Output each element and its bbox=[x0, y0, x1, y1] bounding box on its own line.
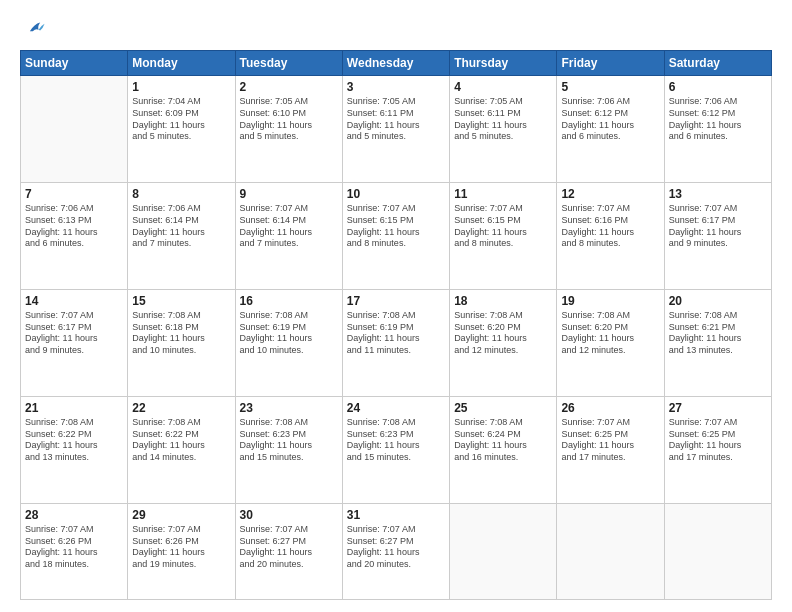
day-number: 15 bbox=[132, 293, 230, 309]
day-number: 12 bbox=[561, 186, 659, 202]
day-number: 2 bbox=[240, 79, 338, 95]
day-number: 9 bbox=[240, 186, 338, 202]
day-info: Sunrise: 7:07 AM Sunset: 6:25 PM Dayligh… bbox=[561, 417, 659, 464]
calendar-cell: 18Sunrise: 7:08 AM Sunset: 6:20 PM Dayli… bbox=[450, 289, 557, 396]
day-info: Sunrise: 7:07 AM Sunset: 6:15 PM Dayligh… bbox=[347, 203, 445, 250]
calendar-cell: 28Sunrise: 7:07 AM Sunset: 6:26 PM Dayli… bbox=[21, 503, 128, 599]
day-info: Sunrise: 7:05 AM Sunset: 6:11 PM Dayligh… bbox=[347, 96, 445, 143]
day-number: 11 bbox=[454, 186, 552, 202]
day-number: 5 bbox=[561, 79, 659, 95]
calendar-cell: 11Sunrise: 7:07 AM Sunset: 6:15 PM Dayli… bbox=[450, 182, 557, 289]
day-info: Sunrise: 7:08 AM Sunset: 6:24 PM Dayligh… bbox=[454, 417, 552, 464]
day-info: Sunrise: 7:07 AM Sunset: 6:14 PM Dayligh… bbox=[240, 203, 338, 250]
day-info: Sunrise: 7:08 AM Sunset: 6:21 PM Dayligh… bbox=[669, 310, 767, 357]
calendar-cell bbox=[557, 503, 664, 599]
calendar-cell: 29Sunrise: 7:07 AM Sunset: 6:26 PM Dayli… bbox=[128, 503, 235, 599]
calendar-cell: 1Sunrise: 7:04 AM Sunset: 6:09 PM Daylig… bbox=[128, 76, 235, 183]
calendar-cell: 25Sunrise: 7:08 AM Sunset: 6:24 PM Dayli… bbox=[450, 396, 557, 503]
weekday-wednesday: Wednesday bbox=[342, 51, 449, 76]
logo-bird-icon bbox=[24, 18, 46, 40]
calendar-cell bbox=[450, 503, 557, 599]
day-number: 30 bbox=[240, 507, 338, 523]
day-number: 20 bbox=[669, 293, 767, 309]
day-info: Sunrise: 7:05 AM Sunset: 6:11 PM Dayligh… bbox=[454, 96, 552, 143]
weekday-tuesday: Tuesday bbox=[235, 51, 342, 76]
day-number: 8 bbox=[132, 186, 230, 202]
day-number: 14 bbox=[25, 293, 123, 309]
day-number: 7 bbox=[25, 186, 123, 202]
calendar-cell: 13Sunrise: 7:07 AM Sunset: 6:17 PM Dayli… bbox=[664, 182, 771, 289]
calendar-cell: 7Sunrise: 7:06 AM Sunset: 6:13 PM Daylig… bbox=[21, 182, 128, 289]
day-number: 21 bbox=[25, 400, 123, 416]
calendar-cell: 17Sunrise: 7:08 AM Sunset: 6:19 PM Dayli… bbox=[342, 289, 449, 396]
calendar-cell: 9Sunrise: 7:07 AM Sunset: 6:14 PM Daylig… bbox=[235, 182, 342, 289]
day-info: Sunrise: 7:08 AM Sunset: 6:20 PM Dayligh… bbox=[561, 310, 659, 357]
day-info: Sunrise: 7:07 AM Sunset: 6:26 PM Dayligh… bbox=[25, 524, 123, 571]
calendar-cell: 30Sunrise: 7:07 AM Sunset: 6:27 PM Dayli… bbox=[235, 503, 342, 599]
calendar-cell: 6Sunrise: 7:06 AM Sunset: 6:12 PM Daylig… bbox=[664, 76, 771, 183]
calendar-cell: 31Sunrise: 7:07 AM Sunset: 6:27 PM Dayli… bbox=[342, 503, 449, 599]
calendar-cell bbox=[21, 76, 128, 183]
day-info: Sunrise: 7:06 AM Sunset: 6:12 PM Dayligh… bbox=[669, 96, 767, 143]
weekday-friday: Friday bbox=[557, 51, 664, 76]
day-info: Sunrise: 7:08 AM Sunset: 6:20 PM Dayligh… bbox=[454, 310, 552, 357]
calendar-cell: 2Sunrise: 7:05 AM Sunset: 6:10 PM Daylig… bbox=[235, 76, 342, 183]
day-info: Sunrise: 7:07 AM Sunset: 6:27 PM Dayligh… bbox=[240, 524, 338, 571]
day-info: Sunrise: 7:07 AM Sunset: 6:15 PM Dayligh… bbox=[454, 203, 552, 250]
calendar-cell: 15Sunrise: 7:08 AM Sunset: 6:18 PM Dayli… bbox=[128, 289, 235, 396]
weekday-header-row: SundayMondayTuesdayWednesdayThursdayFrid… bbox=[21, 51, 772, 76]
day-number: 28 bbox=[25, 507, 123, 523]
day-info: Sunrise: 7:07 AM Sunset: 6:17 PM Dayligh… bbox=[25, 310, 123, 357]
day-info: Sunrise: 7:08 AM Sunset: 6:19 PM Dayligh… bbox=[240, 310, 338, 357]
calendar-cell: 27Sunrise: 7:07 AM Sunset: 6:25 PM Dayli… bbox=[664, 396, 771, 503]
calendar-cell: 23Sunrise: 7:08 AM Sunset: 6:23 PM Dayli… bbox=[235, 396, 342, 503]
calendar-cell: 21Sunrise: 7:08 AM Sunset: 6:22 PM Dayli… bbox=[21, 396, 128, 503]
calendar-cell: 16Sunrise: 7:08 AM Sunset: 6:19 PM Dayli… bbox=[235, 289, 342, 396]
day-info: Sunrise: 7:08 AM Sunset: 6:22 PM Dayligh… bbox=[25, 417, 123, 464]
calendar: SundayMondayTuesdayWednesdayThursdayFrid… bbox=[20, 50, 772, 600]
day-info: Sunrise: 7:07 AM Sunset: 6:17 PM Dayligh… bbox=[669, 203, 767, 250]
day-number: 16 bbox=[240, 293, 338, 309]
day-info: Sunrise: 7:08 AM Sunset: 6:19 PM Dayligh… bbox=[347, 310, 445, 357]
calendar-cell: 5Sunrise: 7:06 AM Sunset: 6:12 PM Daylig… bbox=[557, 76, 664, 183]
calendar-cell: 4Sunrise: 7:05 AM Sunset: 6:11 PM Daylig… bbox=[450, 76, 557, 183]
day-number: 26 bbox=[561, 400, 659, 416]
calendar-cell: 3Sunrise: 7:05 AM Sunset: 6:11 PM Daylig… bbox=[342, 76, 449, 183]
calendar-cell: 26Sunrise: 7:07 AM Sunset: 6:25 PM Dayli… bbox=[557, 396, 664, 503]
day-number: 17 bbox=[347, 293, 445, 309]
weekday-saturday: Saturday bbox=[664, 51, 771, 76]
day-number: 29 bbox=[132, 507, 230, 523]
header bbox=[20, 18, 772, 40]
day-info: Sunrise: 7:07 AM Sunset: 6:25 PM Dayligh… bbox=[669, 417, 767, 464]
day-info: Sunrise: 7:08 AM Sunset: 6:18 PM Dayligh… bbox=[132, 310, 230, 357]
day-number: 27 bbox=[669, 400, 767, 416]
day-info: Sunrise: 7:07 AM Sunset: 6:27 PM Dayligh… bbox=[347, 524, 445, 571]
day-info: Sunrise: 7:06 AM Sunset: 6:12 PM Dayligh… bbox=[561, 96, 659, 143]
day-info: Sunrise: 7:08 AM Sunset: 6:23 PM Dayligh… bbox=[240, 417, 338, 464]
day-number: 4 bbox=[454, 79, 552, 95]
calendar-cell: 24Sunrise: 7:08 AM Sunset: 6:23 PM Dayli… bbox=[342, 396, 449, 503]
day-number: 18 bbox=[454, 293, 552, 309]
calendar-cell bbox=[664, 503, 771, 599]
day-number: 13 bbox=[669, 186, 767, 202]
day-number: 24 bbox=[347, 400, 445, 416]
day-number: 1 bbox=[132, 79, 230, 95]
calendar-cell: 19Sunrise: 7:08 AM Sunset: 6:20 PM Dayli… bbox=[557, 289, 664, 396]
calendar-cell: 10Sunrise: 7:07 AM Sunset: 6:15 PM Dayli… bbox=[342, 182, 449, 289]
day-info: Sunrise: 7:08 AM Sunset: 6:23 PM Dayligh… bbox=[347, 417, 445, 464]
day-info: Sunrise: 7:07 AM Sunset: 6:16 PM Dayligh… bbox=[561, 203, 659, 250]
day-number: 31 bbox=[347, 507, 445, 523]
day-number: 25 bbox=[454, 400, 552, 416]
day-info: Sunrise: 7:05 AM Sunset: 6:10 PM Dayligh… bbox=[240, 96, 338, 143]
weekday-monday: Monday bbox=[128, 51, 235, 76]
day-number: 3 bbox=[347, 79, 445, 95]
day-number: 19 bbox=[561, 293, 659, 309]
day-number: 22 bbox=[132, 400, 230, 416]
day-number: 6 bbox=[669, 79, 767, 95]
calendar-cell: 8Sunrise: 7:06 AM Sunset: 6:14 PM Daylig… bbox=[128, 182, 235, 289]
calendar-cell: 22Sunrise: 7:08 AM Sunset: 6:22 PM Dayli… bbox=[128, 396, 235, 503]
calendar-cell: 14Sunrise: 7:07 AM Sunset: 6:17 PM Dayli… bbox=[21, 289, 128, 396]
day-number: 10 bbox=[347, 186, 445, 202]
calendar-cell: 20Sunrise: 7:08 AM Sunset: 6:21 PM Dayli… bbox=[664, 289, 771, 396]
day-info: Sunrise: 7:06 AM Sunset: 6:13 PM Dayligh… bbox=[25, 203, 123, 250]
